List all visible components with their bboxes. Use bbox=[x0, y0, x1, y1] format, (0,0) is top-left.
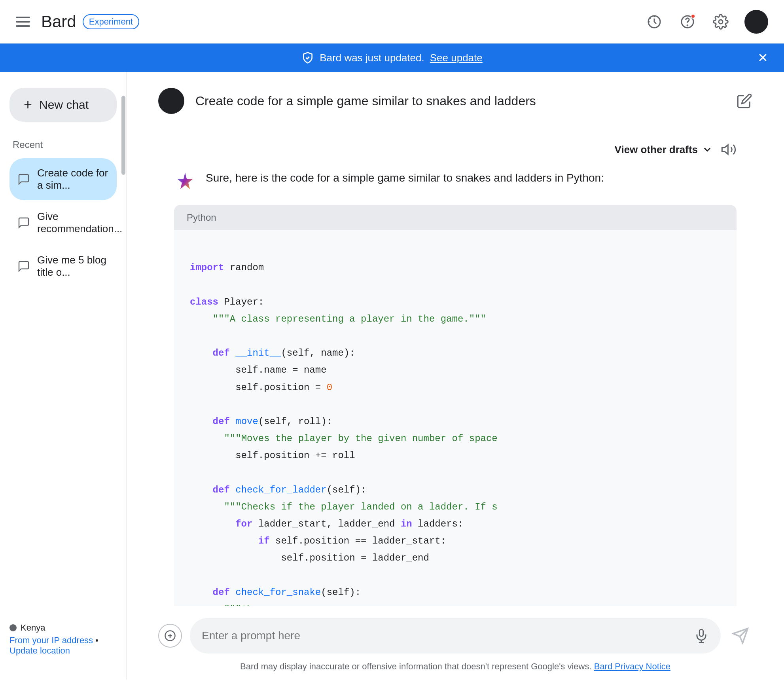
update-banner: Bard was just updated. See update ✕ bbox=[0, 44, 784, 72]
location-dot-icon bbox=[9, 624, 17, 631]
banner-message: Bard was just updated. bbox=[320, 52, 424, 64]
bard-star-icon bbox=[174, 171, 196, 193]
sidebar: + New chat Recent Create code for a sim.… bbox=[0, 72, 127, 680]
user-avatar bbox=[158, 88, 184, 114]
experiment-badge: Experiment bbox=[83, 14, 139, 29]
code-line: def check_for_snake(self): bbox=[190, 584, 721, 601]
code-content: import random class Player: """A class r… bbox=[174, 230, 737, 606]
sidebar-item-1[interactable]: Create code for a sim... bbox=[9, 158, 117, 200]
menu-icon[interactable] bbox=[16, 17, 30, 27]
scrollbar-thumb[interactable] bbox=[121, 96, 125, 175]
privacy-link[interactable]: Bard Privacy Notice bbox=[594, 661, 670, 671]
code-line: self.position = ladder_end bbox=[190, 549, 721, 566]
plus-icon bbox=[164, 630, 176, 642]
prompt-input[interactable] bbox=[202, 629, 686, 642]
disclaimer-text: Bard may display inaccurate or offensive… bbox=[240, 661, 591, 671]
code-line: self.name = name bbox=[190, 362, 721, 379]
see-update-link[interactable]: See update bbox=[430, 52, 483, 64]
from-ip-link[interactable]: From your IP address bbox=[9, 635, 93, 645]
recent-label: Recent bbox=[9, 139, 117, 150]
banner-close-icon[interactable]: ✕ bbox=[757, 51, 768, 64]
code-line bbox=[190, 567, 721, 584]
code-line bbox=[190, 276, 721, 293]
chat-bubble-icon-2 bbox=[17, 216, 30, 229]
speaker-icon[interactable] bbox=[721, 142, 737, 157]
sidebar-item-label-3: Give me 5 blog title o... bbox=[37, 254, 109, 278]
code-line: def move(self, roll): bbox=[190, 413, 721, 430]
notification-dot bbox=[691, 14, 695, 19]
add-content-button[interactable] bbox=[158, 624, 182, 648]
code-line bbox=[190, 242, 721, 259]
chat-header-left: Create code for a simple game similar to… bbox=[158, 88, 536, 114]
code-line: """A class representing a player in the … bbox=[190, 311, 721, 328]
code-line: self.position = 0 bbox=[190, 379, 721, 396]
help-icon[interactable] bbox=[678, 12, 697, 31]
code-line: self.position += roll bbox=[190, 447, 721, 464]
response-container: View other drafts bbox=[158, 126, 752, 606]
code-line bbox=[190, 396, 721, 413]
location-links: From your IP address • Update location bbox=[9, 635, 117, 656]
code-language-label: Python bbox=[174, 205, 737, 230]
new-chat-plus-icon: + bbox=[24, 97, 32, 113]
update-location-link[interactable]: Update location bbox=[9, 646, 70, 655]
sidebar-item-2[interactable]: Give recommendation... bbox=[9, 202, 117, 244]
content-area: Create code for a simple game similar to… bbox=[127, 72, 784, 680]
logo-text: Bard bbox=[41, 12, 76, 31]
code-line: class Player: bbox=[190, 294, 721, 311]
location-name: Kenya bbox=[21, 623, 45, 633]
svg-marker-4 bbox=[722, 145, 728, 154]
main-layout: + New chat Recent Create code for a sim.… bbox=[0, 72, 784, 680]
view-drafts-label: View other drafts bbox=[615, 144, 698, 156]
code-line bbox=[190, 464, 721, 481]
scrollbar-track bbox=[121, 72, 126, 680]
code-line bbox=[190, 328, 721, 345]
user-avatar-header[interactable] bbox=[744, 10, 768, 34]
chat-bubble-icon-3 bbox=[17, 260, 30, 273]
code-line: def check_for_ladder(self): bbox=[190, 481, 721, 498]
shield-check-icon bbox=[301, 51, 314, 64]
location-text: Kenya bbox=[9, 623, 117, 633]
new-chat-button[interactable]: + New chat bbox=[9, 88, 117, 122]
code-line: """Moves the player by the given number … bbox=[190, 430, 721, 447]
chevron-down-icon bbox=[702, 144, 713, 155]
new-chat-label: New chat bbox=[39, 98, 89, 112]
code-line: def __init__(self, name): bbox=[190, 345, 721, 362]
microphone-icon[interactable] bbox=[694, 628, 709, 643]
response-card: View other drafts bbox=[158, 126, 752, 606]
sidebar-item-label-2: Give recommendation... bbox=[37, 210, 122, 235]
svg-point-3 bbox=[719, 20, 723, 24]
bard-response-header: Sure, here is the code for a simple game… bbox=[174, 169, 737, 193]
chat-title: Create code for a simple game similar to… bbox=[195, 94, 536, 108]
banner-text: Bard was just updated. See update bbox=[301, 51, 483, 64]
svg-point-2 bbox=[687, 25, 688, 26]
settings-icon[interactable] bbox=[711, 12, 730, 31]
chat-bubble-icon bbox=[17, 173, 30, 186]
sidebar-bottom: Kenya From your IP address • Update loca… bbox=[9, 623, 117, 664]
logo-area: Bard Experiment bbox=[41, 12, 139, 31]
bard-response-text: Sure, here is the code for a simple game… bbox=[206, 169, 604, 187]
header-left: Bard Experiment bbox=[16, 12, 139, 31]
edit-icon[interactable] bbox=[737, 93, 752, 109]
code-line: import random bbox=[190, 259, 721, 276]
header-right bbox=[645, 10, 768, 34]
send-button[interactable] bbox=[729, 624, 752, 648]
location-separator: • bbox=[95, 635, 98, 645]
code-line: for ladder_start, ladder_end in ladders: bbox=[190, 515, 721, 532]
sidebar-item-label-1: Create code for a sim... bbox=[37, 167, 109, 191]
code-line: """Checks if the player landed on a ladd… bbox=[190, 498, 721, 515]
view-drafts-bar: View other drafts bbox=[174, 142, 737, 157]
history-icon[interactable] bbox=[645, 12, 664, 31]
input-row bbox=[158, 618, 752, 654]
code-line: if self.position == ladder_start: bbox=[190, 532, 721, 549]
header: Bard Experiment bbox=[0, 0, 784, 44]
disclaimer: Bard may display inaccurate or offensive… bbox=[158, 661, 752, 672]
sidebar-item-3[interactable]: Give me 5 blog title o... bbox=[9, 245, 117, 287]
code-block: Python import random class Player: """A … bbox=[174, 205, 737, 606]
send-icon bbox=[732, 627, 749, 644]
view-drafts-button[interactable]: View other drafts bbox=[615, 144, 713, 156]
code-line: """Che... bbox=[190, 601, 721, 606]
chat-header: Create code for a simple game similar to… bbox=[158, 72, 752, 126]
input-area: Bard may display inaccurate or offensive… bbox=[158, 606, 752, 680]
prompt-input-wrapper bbox=[190, 618, 721, 654]
svg-rect-8 bbox=[699, 629, 703, 636]
